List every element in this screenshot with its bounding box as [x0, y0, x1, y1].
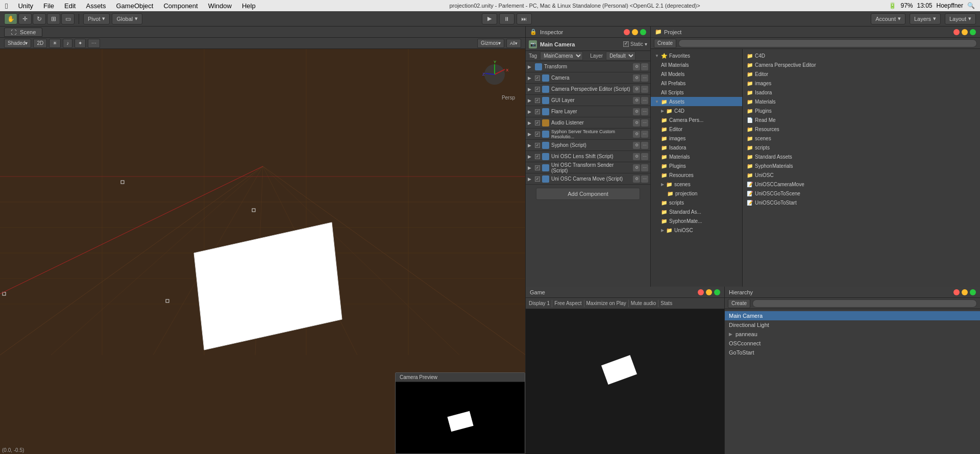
menu-edit[interactable]: Edit [59, 2, 81, 10]
cammove-more[interactable]: ⋯ [641, 175, 648, 183]
guilayer-settings[interactable]: ⚙ [633, 97, 640, 104]
asset-uniosc-cammove[interactable]: 📝 UniOSCCameraMove [745, 180, 978, 189]
apple-icon[interactable]:  [0, 2, 13, 10]
guilayer-cb[interactable] [535, 98, 540, 103]
syph-more[interactable]: ⋯ [641, 142, 648, 149]
transform-lock[interactable]: ⋯ [641, 63, 648, 70]
asset-readme[interactable]: 📄 Read Me [745, 115, 978, 124]
tree-projection[interactable]: 📁 projection [651, 189, 742, 198]
hierarchy-min[interactable] [962, 289, 968, 295]
component-transform[interactable]: ▶ Transform ⚙ ⋯ [526, 61, 650, 72]
tsender-more[interactable]: ⋯ [641, 164, 648, 171]
component-cam-move[interactable]: ▶ Uni OSC Camera Move (Script) ⚙ ⋯ [526, 173, 650, 185]
campos-cb[interactable] [535, 87, 540, 92]
pivot-button[interactable]: Pivot ▾ [83, 13, 110, 24]
guilayer-more[interactable]: ⋯ [641, 97, 648, 104]
tree-standard-assets[interactable]: 📁 Standard As... [651, 207, 742, 216]
static-checkbox-group[interactable]: Static ▾ [623, 41, 647, 47]
hier-main-camera[interactable]: Main Camera [725, 311, 980, 320]
layer-select[interactable]: Default [606, 52, 635, 60]
inspector-min[interactable] [632, 29, 638, 35]
hier-directional-light[interactable]: Directional Light [725, 320, 980, 330]
lens-cb[interactable] [535, 154, 540, 159]
mute-button[interactable]: Mute audio [631, 300, 656, 306]
search-icon[interactable]: 🔍 [967, 2, 975, 9]
menu-assets[interactable]: Assets [81, 2, 111, 10]
game-max[interactable] [714, 289, 720, 295]
game-close[interactable] [698, 289, 704, 295]
campos-more[interactable]: ⋯ [641, 86, 648, 93]
tree-resources[interactable]: 📁 Resources [651, 170, 742, 180]
camera-more[interactable]: ⋯ [641, 74, 648, 82]
tree-assets[interactable]: ▼ 📁 Assets [651, 97, 742, 106]
asset-syphon-mat[interactable]: 📁 SyphonMaterials [745, 161, 978, 170]
tree-scenes[interactable]: ▶ 📁 scenes [651, 180, 742, 189]
asset-scenes[interactable]: 📁 scenes [745, 134, 978, 143]
audio-button[interactable]: ♪ [63, 39, 72, 48]
component-cam-perspective[interactable]: ▶ Camera Perspective Editor (Script) ⚙ ⋯ [526, 84, 650, 95]
gizmos-dropdown[interactable]: Gizmos ▾ [477, 39, 504, 48]
tsender-settings[interactable]: ⚙ [633, 164, 640, 171]
asset-standard[interactable]: 📁 Standard Assets [745, 152, 978, 161]
asset-materials[interactable]: 📁 Materials [745, 97, 978, 106]
scene-view[interactable]: X Y Z Persp (0.0, -0.5) Camera Preview [0, 49, 525, 454]
lens-settings[interactable]: ⚙ [633, 153, 640, 160]
cammove-settings[interactable]: ⚙ [633, 175, 640, 183]
tree-c4d[interactable]: ▶ 📁 C4D [651, 106, 742, 115]
game-view[interactable] [526, 309, 724, 454]
hierarchy-create-button[interactable]: Create [728, 299, 750, 308]
flare-settings[interactable]: ⚙ [633, 108, 640, 115]
flare-cb[interactable] [535, 109, 540, 114]
transform-settings[interactable]: ⚙ [633, 63, 640, 70]
project-close[interactable] [953, 29, 960, 35]
display-dropdown[interactable]: Display 1 [529, 300, 550, 306]
asset-c4d[interactable]: 📁 C4D [745, 51, 978, 60]
account-button[interactable]: Account ▾ [871, 13, 905, 24]
tree-all-scripts[interactable]: All Scripts [651, 88, 742, 97]
static-dropdown[interactable]: ▾ [645, 41, 647, 47]
project-search[interactable] [678, 39, 977, 47]
play-button[interactable]: ▶ [482, 13, 497, 24]
component-lens-shift[interactable]: ▶ Uni OSC Lens Shift (Script) ⚙ ⋯ [526, 151, 650, 162]
asset-cam-perspective[interactable]: 📁 Camera Perspective Editor [745, 60, 978, 69]
game-min[interactable] [706, 289, 712, 295]
asset-resources[interactable]: 📁 Resources [745, 124, 978, 134]
fx-button[interactable]: ✦ [75, 39, 86, 48]
syph-cb[interactable] [535, 143, 540, 148]
scene-tab[interactable]: ⛶ Scene [4, 28, 42, 37]
project-max[interactable] [970, 29, 976, 35]
flare-more[interactable]: ⋯ [641, 108, 648, 115]
maximize-button[interactable]: Maximize on Play [586, 300, 626, 306]
menu-gameobject[interactable]: GameObject [111, 2, 158, 10]
aspect-dropdown[interactable]: Free Aspect [554, 300, 581, 306]
tsender-cb[interactable] [535, 165, 540, 170]
menu-file[interactable]: File [38, 2, 59, 10]
hier-gotostart[interactable]: GoToStart [725, 348, 980, 357]
tree-plugins[interactable]: 📁 Plugins [651, 161, 742, 170]
layout-button[interactable]: Layout ▾ [945, 13, 976, 24]
hier-oscconnect[interactable]: OSCconnect [725, 339, 980, 348]
asset-isadora[interactable]: 📁 Isadora [745, 88, 978, 97]
hierarchy-max[interactable] [970, 289, 976, 295]
asset-editor[interactable]: 📁 Editor [745, 69, 978, 79]
2d-button[interactable]: 2D [33, 39, 47, 48]
tree-all-prefabs[interactable]: All Prefabs [651, 79, 742, 88]
hier-panneau[interactable]: ▶ panneau [725, 330, 980, 339]
audio-more[interactable]: ⋯ [641, 119, 648, 127]
shading-dropdown[interactable]: Shaded ▾ [4, 39, 31, 48]
step-button[interactable]: ⏭ [517, 13, 532, 24]
syphserver-cb[interactable] [535, 132, 540, 137]
asset-uniosc[interactable]: 📁 UniOSC [745, 170, 978, 180]
component-camera[interactable]: ▶ Camera ⚙ ⋯ [526, 72, 650, 84]
tree-editor[interactable]: 📁 Editor [651, 124, 742, 134]
camera-cb[interactable] [535, 75, 540, 81]
lighting-button[interactable]: ☀ [49, 39, 61, 48]
tree-images[interactable]: 📁 images [651, 134, 742, 143]
add-component-button[interactable]: Add Component [536, 188, 640, 200]
component-audio[interactable]: ▶ Audio Listener ⚙ ⋯ [526, 117, 650, 129]
hierarchy-search[interactable] [752, 299, 977, 308]
asset-plugins[interactable]: 📁 Plugins [745, 106, 978, 115]
component-syphon[interactable]: ▶ Syphon (Script) ⚙ ⋯ [526, 140, 650, 151]
menu-help[interactable]: Help [237, 2, 261, 10]
component-gui-layer[interactable]: ▶ GUI Layer ⚙ ⋯ [526, 95, 650, 106]
